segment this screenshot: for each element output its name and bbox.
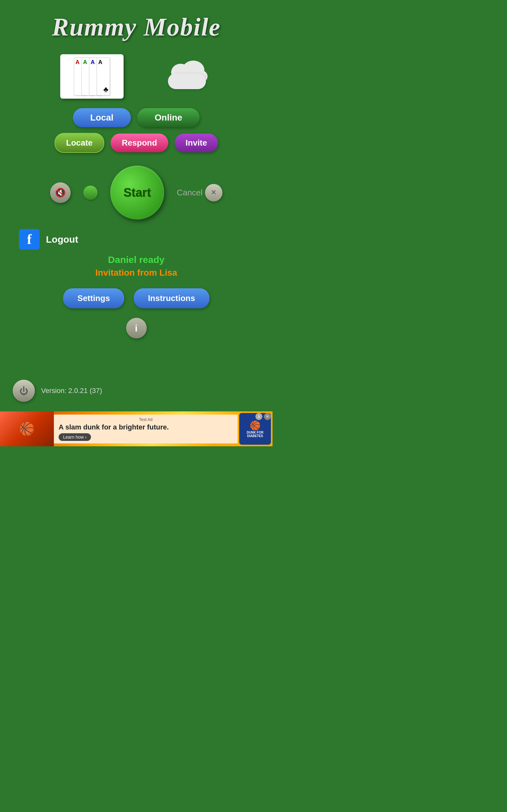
status-section: Daniel ready Invitation from Lisa <box>0 253 273 282</box>
locate-button[interactable]: Locate <box>55 133 105 153</box>
facebook-icon[interactable]: f <box>19 229 40 250</box>
ad-content: Test Ad A slam dunk for a brighter futur… <box>54 415 238 444</box>
ad-text: A slam dunk for a brighter future. <box>59 423 233 432</box>
secondary-mode-row: Locate Respond Invite <box>55 133 218 153</box>
ad-close-button[interactable]: ✕ <box>264 413 271 420</box>
ad-learn-more-button[interactable]: Learn how › <box>59 433 91 441</box>
online-button[interactable]: Online <box>137 108 200 127</box>
card-4: A ♣ <box>97 57 110 96</box>
invitation-message: Invitation from Lisa <box>0 265 273 281</box>
card-rank-4: A <box>98 59 102 66</box>
card-rank-1: A <box>75 59 79 66</box>
cancel-group: Cancel ✕ <box>177 184 222 201</box>
start-button[interactable]: Start <box>110 165 164 219</box>
title-section: Rummy Mobile <box>0 0 273 48</box>
cancel-label: Cancel <box>177 188 203 198</box>
ad-logo-text: DUNK FORDIABETES <box>247 431 264 438</box>
info-icon: i <box>135 323 137 334</box>
cancel-icon: ✕ <box>211 189 216 197</box>
start-cancel-section: 🔇 Start Cancel ✕ <box>0 159 273 226</box>
ad-test-label: Test Ad <box>59 417 233 422</box>
local-button[interactable]: Local <box>73 108 131 127</box>
mode-buttons-section: Local Online Locate Respond Invite <box>0 105 273 159</box>
version-section: ⏻ Version: 2.0.21 (37) <box>0 373 273 411</box>
power-icon: ⏻ <box>19 386 28 396</box>
card-rank-2: A <box>83 59 87 66</box>
invite-button[interactable]: Invite <box>175 134 218 152</box>
power-button[interactable]: ⏻ <box>13 380 35 402</box>
mute-icon: 🔇 <box>55 188 66 198</box>
card-suit-4: ♣ <box>103 85 108 94</box>
primary-mode-row: Local Online <box>73 108 200 127</box>
bottom-buttons-section: Settings Instructions <box>0 282 273 315</box>
spacer <box>0 348 273 373</box>
version-text: Version: 2.0.21 (37) <box>41 387 102 395</box>
mute-button[interactable]: 🔇 <box>50 183 71 203</box>
card-rank-3: A <box>91 59 95 66</box>
social-section: f Logout <box>0 226 273 253</box>
player-ready-status: Daniel ready <box>0 254 273 265</box>
instructions-button[interactable]: Instructions <box>134 288 210 308</box>
cancel-button[interactable]: ✕ <box>205 184 222 201</box>
ad-image-inner: 🏀 <box>0 411 54 446</box>
ad-banner: 🏀 Test Ad A slam dunk for a brighter fut… <box>0 411 273 446</box>
cards-cloud-section: A ♥ A ♦ A ♠ A ♣ <box>0 48 273 105</box>
logout-button[interactable]: Logout <box>46 234 78 245</box>
cloud-decoration <box>162 64 212 89</box>
info-section: i <box>0 315 273 348</box>
ad-image: 🏀 <box>0 411 54 446</box>
app-title: Rummy Mobile <box>6 13 266 42</box>
ad-info-button[interactable]: ℹ <box>256 413 262 420</box>
player-dot <box>83 186 98 200</box>
settings-button[interactable]: Settings <box>63 288 124 308</box>
cards-image: A ♥ A ♦ A ♠ A ♣ <box>60 54 124 99</box>
respond-button[interactable]: Respond <box>111 134 168 152</box>
info-button[interactable]: i <box>126 318 147 339</box>
